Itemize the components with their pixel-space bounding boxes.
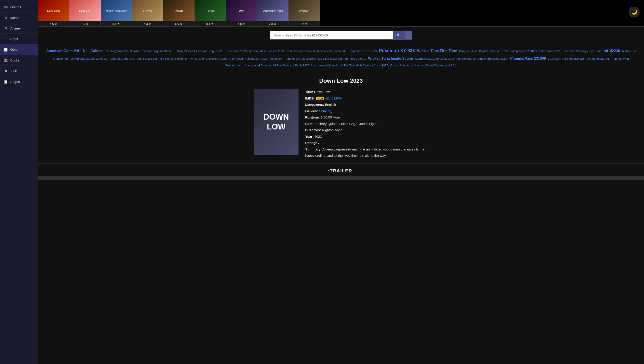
search-tag[interactable]: Hochsee Cowboys First Time bbox=[564, 50, 601, 53]
search-tag[interactable]: Saint Seiya 125 bbox=[137, 57, 158, 60]
movie-card[interactable]: Lives Inside 5.6 ★ bbox=[38, 0, 69, 26]
sidebar-item-xxx[interactable]: ✕ XXX bbox=[0, 66, 38, 76]
search-tag[interactable]: Adrianna Jade XXX bbox=[110, 57, 135, 60]
sidebar-label-xxx: XXX bbox=[10, 69, 17, 73]
star-icon: ★ bbox=[274, 22, 276, 26]
star-icon: ★ bbox=[117, 22, 120, 26]
movie-card[interactable]: Vindicta 6.9 ★ bbox=[163, 0, 194, 26]
sidebar-item-books[interactable]: 📚 Books bbox=[0, 55, 38, 66]
search-tag[interactable]: Komi san wa Comyushou desu Season 2 09 bbox=[226, 50, 284, 53]
sidebar-label-music: Music bbox=[10, 16, 19, 20]
trailer-section: :TRAILER: bbox=[38, 164, 644, 182]
search-tag[interactable]: Unanswered Question VI The Poetry of Ear… bbox=[244, 64, 309, 67]
sidebar-label-books: Books bbox=[10, 58, 20, 62]
movie-rating: 5.6 ★ bbox=[38, 21, 69, 26]
movie-poster: Dark bbox=[226, 0, 257, 21]
movie-card[interactable]: Down Low 7.9 ★ bbox=[69, 0, 100, 26]
sidebar-item-music[interactable]: ♫ Music bbox=[0, 12, 38, 23]
movie-rating: 8.1 ★ bbox=[100, 21, 132, 26]
imdb-link[interactable]: tt14592044 bbox=[326, 96, 343, 100]
search-tag[interactable]: Dragon Ball Z bbox=[459, 50, 477, 53]
movie-card[interactable]: Dark 5.8 ★ bbox=[226, 0, 257, 26]
year-label: Year: bbox=[305, 134, 314, 138]
search-tag[interactable]: tt0142238 bbox=[604, 49, 620, 53]
movie-poster: Down Low bbox=[69, 0, 100, 21]
movie-title: Down Low 2023 bbox=[45, 77, 637, 84]
search-tag[interactable]: Bojack Unbound 1993 bbox=[479, 50, 508, 53]
search-tag[interactable]: Pokemon XY 833 bbox=[379, 48, 415, 53]
movie-info: Title: Down Low IMDB IMDB tt14592044 Lan… bbox=[305, 89, 428, 159]
rating-label: Rating: bbox=[305, 141, 317, 145]
search-tag[interactable]: Wicked Tuna Inside Scoop bbox=[368, 56, 413, 60]
games-icon: 🎮 bbox=[4, 5, 8, 9]
search-tag[interactable]: Doraemon 1979 1710 bbox=[348, 50, 377, 53]
other-icon: 📄 bbox=[4, 48, 8, 52]
movie-card[interactable]: Forest 8.1 ★ bbox=[194, 0, 226, 26]
search-button[interactable]: 🔍 bbox=[393, 31, 404, 40]
movie-poster: Desperation Road bbox=[257, 0, 288, 21]
sidebar-item-games[interactable]: 🎮 Games bbox=[0, 2, 38, 12]
cast-label: Cast: bbox=[305, 122, 314, 126]
dark-mode-toggle[interactable]: 🌙 bbox=[629, 7, 640, 18]
star-icon: ★ bbox=[211, 22, 214, 26]
search-tag[interactable]: Hip Hop 50 Rhythms Rhymes and Reflection… bbox=[160, 57, 268, 60]
sidebar-item-anime[interactable]: A Anime bbox=[0, 23, 38, 34]
movie-poster: Mission Impossible bbox=[100, 0, 132, 21]
star-icon: ★ bbox=[242, 22, 245, 26]
search-tag[interactable]: Unanswered Question V The Twentieth Cent… bbox=[311, 64, 388, 67]
movie-poster: Forest bbox=[194, 0, 226, 21]
sidebar-label-other: Other bbox=[10, 48, 19, 52]
search-tag[interactable]: My Little Sister Cant Be This Cute 01 bbox=[318, 57, 366, 60]
imdb-badge: IMDB bbox=[316, 97, 324, 100]
imdb-label: IMDB bbox=[305, 96, 314, 100]
search-tag[interactable]: Komi san wa Comyushou desu 2nd Season 09 bbox=[286, 50, 346, 53]
main-content: Lives Inside 5.6 ★ Down Low 7.9 ★ Missio… bbox=[38, 0, 644, 364]
search-tag[interactable]: OnlyTeenBlowJobs 23 03 23 bbox=[71, 57, 108, 60]
search-tag[interactable]: Ore no Imouto ga Konna ni Kawaii Wake ga… bbox=[390, 64, 456, 67]
search-tag[interactable]: penthousegold 231009 bbox=[143, 50, 172, 53]
search-tag[interactable]: I Cavalieri dello zodiaco 125 bbox=[548, 57, 584, 60]
movie-rating: 5.3 ★ bbox=[132, 21, 163, 26]
apps-icon: ⊞ bbox=[4, 37, 8, 41]
year-value: 2023 bbox=[314, 134, 322, 138]
sidebar-item-apps[interactable]: ⊞ Apps bbox=[0, 34, 38, 44]
search-arrow-button[interactable]: » bbox=[404, 31, 412, 40]
cast-value: Zachary Quinto, Lukas Gage, Judith Light bbox=[314, 122, 376, 126]
movie-poster: Lives Inside bbox=[38, 0, 69, 21]
star-icon: ★ bbox=[148, 22, 151, 26]
genres-value[interactable]: Comedy, bbox=[319, 109, 332, 113]
runtime-value: 1:30:00 Hour bbox=[321, 115, 340, 119]
search-tag[interactable]: MomSwap221219AaliyahLoveAndPennyBarberAT… bbox=[415, 57, 508, 60]
movie-card[interactable]: Unknown 7.5 ★ bbox=[288, 0, 320, 26]
search-tag[interactable]: Rolling Stones Hearts for Prague 2018 bbox=[174, 50, 224, 53]
sidebar-item-pages[interactable]: 📋 Pages bbox=[0, 76, 38, 87]
search-tag[interactable]: Running Wild Pile of Skulls bbox=[106, 50, 140, 53]
trailer-bar bbox=[38, 176, 644, 180]
sidebar-item-other[interactable]: 📄 Other bbox=[0, 44, 38, 55]
search-tag[interactable]: video diario 2023 bbox=[539, 50, 562, 53]
search-tag[interactable]: Penthouse Gold 231009 bbox=[285, 57, 316, 60]
directors-value: Rightor Doyle bbox=[322, 128, 342, 132]
rating-value: 7.9 bbox=[318, 141, 322, 145]
search-tag[interactable]: PlumperPass 231009 bbox=[510, 56, 546, 60]
movie-strip: Lives Inside 5.6 ★ Down Low 7.9 ★ Missio… bbox=[38, 0, 644, 27]
movie-poster: Vindicta bbox=[163, 0, 194, 21]
search-tag[interactable]: tt0986264 bbox=[270, 57, 282, 60]
pages-icon: 📋 bbox=[4, 80, 8, 84]
movie-detail: Down Low 2023 DOWNLOW Title: Down Low IM… bbox=[38, 73, 644, 164]
movie-card[interactable]: Mission Impossible 8.1 ★ bbox=[100, 0, 132, 26]
search-tag[interactable]: Ore no Imouto 01 bbox=[587, 57, 609, 60]
search-tag[interactable]: plumperpass 231009 bbox=[510, 50, 537, 53]
search-icon: 🔍 bbox=[397, 33, 401, 37]
movie-card[interactable]: Desperation Road 7.8 ★ bbox=[257, 0, 288, 26]
sidebar-label-pages: Pages bbox=[10, 80, 20, 84]
search-tag[interactable]: Wicked Tuna First Time bbox=[417, 49, 457, 53]
summary-value: A deeply repressed man, the uninhibited … bbox=[305, 147, 424, 158]
movie-card[interactable]: Flowers 5.3 ★ bbox=[132, 0, 163, 26]
sidebar-label-games: Games bbox=[10, 5, 21, 9]
search-tag[interactable]: American Gods Vol 1 Neil Gaiman bbox=[46, 49, 104, 53]
directors-label: Directors: bbox=[305, 128, 321, 132]
moon-icon: 🌙 bbox=[631, 9, 637, 15]
search-input[interactable] bbox=[270, 31, 393, 40]
sidebar: 🎮 Games♫ MusicA Anime⊞ Apps📄 Other📚 Book… bbox=[0, 0, 38, 364]
